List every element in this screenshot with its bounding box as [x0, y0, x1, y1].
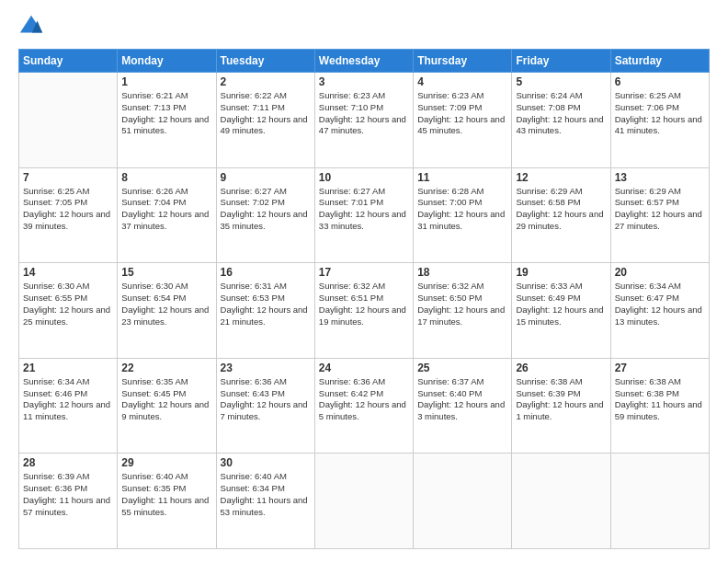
day-number: 29 [121, 456, 211, 469]
day-number: 10 [319, 171, 409, 184]
weekday-header-tuesday: Tuesday [216, 50, 314, 73]
header [18, 14, 710, 40]
day-number: 2 [221, 75, 311, 88]
calendar-cell: 4Sunrise: 6:23 AMSunset: 7:09 PMDaylight… [414, 73, 512, 168]
calendar-cell: 24Sunrise: 6:36 AMSunset: 6:42 PMDayligh… [314, 358, 413, 454]
day-info: Sunrise: 6:33 AMSunset: 6:49 PMDaylight:… [516, 281, 606, 327]
day-number: 8 [121, 171, 211, 184]
calendar-body: 1Sunrise: 6:21 AMSunset: 7:13 PMDaylight… [19, 73, 710, 549]
calendar-cell: 6Sunrise: 6:25 AMSunset: 7:06 PMDaylight… [610, 73, 709, 168]
calendar-week-2: 14Sunrise: 6:30 AMSunset: 6:55 PMDayligh… [19, 263, 710, 359]
logo-icon [18, 14, 44, 40]
calendar-cell: 13Sunrise: 6:29 AMSunset: 6:57 PMDayligh… [610, 167, 709, 263]
day-info: Sunrise: 6:40 AMSunset: 6:34 PMDaylight:… [221, 471, 311, 518]
weekday-header-sunday: Sunday [19, 50, 118, 73]
day-number: 25 [417, 362, 507, 374]
day-info: Sunrise: 6:23 AMSunset: 7:10 PMDaylight:… [319, 90, 409, 137]
calendar-cell [314, 454, 413, 549]
day-number: 17 [319, 266, 409, 279]
day-number: 18 [417, 266, 507, 279]
day-number: 6 [615, 75, 705, 88]
day-info: Sunrise: 6:24 AMSunset: 7:08 PMDaylight:… [516, 90, 606, 137]
day-number: 27 [615, 362, 705, 374]
logo [18, 14, 48, 40]
calendar-cell: 20Sunrise: 6:34 AMSunset: 6:47 PMDayligh… [610, 263, 709, 359]
day-number: 28 [23, 456, 113, 469]
calendar-cell: 2Sunrise: 6:22 AMSunset: 7:11 PMDaylight… [216, 73, 314, 168]
day-info: Sunrise: 6:21 AMSunset: 7:13 PMDaylight:… [121, 90, 211, 137]
day-info: Sunrise: 6:38 AMSunset: 6:38 PMDaylight:… [615, 376, 705, 423]
day-number: 24 [319, 362, 409, 374]
calendar-header: SundayMondayTuesdayWednesdayThursdayFrid… [19, 50, 710, 73]
calendar-cell: 27Sunrise: 6:38 AMSunset: 6:38 PMDayligh… [610, 358, 709, 454]
calendar-week-3: 21Sunrise: 6:34 AMSunset: 6:46 PMDayligh… [19, 358, 710, 454]
day-info: Sunrise: 6:28 AMSunset: 7:00 PMDaylight:… [417, 186, 507, 233]
calendar-cell: 10Sunrise: 6:27 AMSunset: 7:01 PMDayligh… [314, 167, 413, 263]
day-info: Sunrise: 6:27 AMSunset: 7:01 PMDaylight:… [319, 186, 409, 233]
calendar-cell [414, 454, 512, 549]
calendar-cell [19, 73, 118, 168]
day-number: 30 [221, 456, 311, 469]
calendar-cell: 18Sunrise: 6:32 AMSunset: 6:50 PMDayligh… [414, 263, 512, 359]
day-number: 22 [121, 362, 211, 374]
day-number: 20 [615, 266, 705, 279]
weekday-header-saturday: Saturday [610, 50, 709, 73]
calendar-cell: 1Sunrise: 6:21 AMSunset: 7:13 PMDaylight… [118, 73, 216, 168]
day-info: Sunrise: 6:25 AMSunset: 7:06 PMDaylight:… [615, 90, 705, 137]
weekday-row: SundayMondayTuesdayWednesdayThursdayFrid… [19, 50, 710, 73]
day-info: Sunrise: 6:34 AMSunset: 6:47 PMDaylight:… [615, 281, 705, 327]
day-info: Sunrise: 6:32 AMSunset: 6:50 PMDaylight:… [417, 281, 507, 327]
calendar-cell: 26Sunrise: 6:38 AMSunset: 6:39 PMDayligh… [512, 358, 610, 454]
day-info: Sunrise: 6:26 AMSunset: 7:04 PMDaylight:… [121, 186, 211, 233]
calendar-cell: 22Sunrise: 6:35 AMSunset: 6:45 PMDayligh… [118, 358, 216, 454]
calendar-cell: 30Sunrise: 6:40 AMSunset: 6:34 PMDayligh… [216, 454, 314, 549]
day-number: 7 [23, 171, 113, 184]
day-info: Sunrise: 6:38 AMSunset: 6:39 PMDaylight:… [516, 376, 606, 423]
calendar-cell: 8Sunrise: 6:26 AMSunset: 7:04 PMDaylight… [118, 167, 216, 263]
day-info: Sunrise: 6:23 AMSunset: 7:09 PMDaylight:… [417, 90, 507, 137]
day-number: 1 [121, 75, 211, 88]
calendar-cell: 5Sunrise: 6:24 AMSunset: 7:08 PMDaylight… [512, 73, 610, 168]
day-info: Sunrise: 6:32 AMSunset: 6:51 PMDaylight:… [319, 281, 409, 327]
day-number: 5 [516, 75, 606, 88]
page: SundayMondayTuesdayWednesdayThursdayFrid… [0, 0, 728, 563]
calendar-cell: 12Sunrise: 6:29 AMSunset: 6:58 PMDayligh… [512, 167, 610, 263]
day-info: Sunrise: 6:39 AMSunset: 6:36 PMDaylight:… [23, 471, 113, 518]
day-info: Sunrise: 6:27 AMSunset: 7:02 PMDaylight:… [221, 186, 311, 233]
calendar-cell: 9Sunrise: 6:27 AMSunset: 7:02 PMDaylight… [216, 167, 314, 263]
weekday-header-wednesday: Wednesday [314, 50, 413, 73]
day-number: 26 [516, 362, 606, 374]
day-info: Sunrise: 6:22 AMSunset: 7:11 PMDaylight:… [221, 90, 311, 137]
day-info: Sunrise: 6:36 AMSunset: 6:42 PMDaylight:… [319, 376, 409, 423]
day-number: 3 [319, 75, 409, 88]
weekday-header-thursday: Thursday [414, 50, 512, 73]
day-info: Sunrise: 6:30 AMSunset: 6:54 PMDaylight:… [121, 281, 211, 327]
calendar-cell: 15Sunrise: 6:30 AMSunset: 6:54 PMDayligh… [118, 263, 216, 359]
calendar-cell: 7Sunrise: 6:25 AMSunset: 7:05 PMDaylight… [19, 167, 118, 263]
calendar-week-0: 1Sunrise: 6:21 AMSunset: 7:13 PMDaylight… [19, 73, 710, 168]
day-info: Sunrise: 6:30 AMSunset: 6:55 PMDaylight:… [23, 281, 113, 327]
calendar-cell: 16Sunrise: 6:31 AMSunset: 6:53 PMDayligh… [216, 263, 314, 359]
calendar-cell: 19Sunrise: 6:33 AMSunset: 6:49 PMDayligh… [512, 263, 610, 359]
calendar-cell: 3Sunrise: 6:23 AMSunset: 7:10 PMDaylight… [314, 73, 413, 168]
day-number: 14 [23, 266, 113, 279]
weekday-header-monday: Monday [118, 50, 216, 73]
day-number: 23 [221, 362, 311, 374]
day-number: 4 [417, 75, 507, 88]
day-info: Sunrise: 6:36 AMSunset: 6:43 PMDaylight:… [221, 376, 311, 423]
day-info: Sunrise: 6:40 AMSunset: 6:35 PMDaylight:… [121, 471, 211, 518]
calendar-cell [610, 454, 709, 549]
day-number: 12 [516, 171, 606, 184]
calendar-week-4: 28Sunrise: 6:39 AMSunset: 6:36 PMDayligh… [19, 454, 710, 549]
day-info: Sunrise: 6:35 AMSunset: 6:45 PMDaylight:… [121, 376, 211, 423]
calendar-cell: 25Sunrise: 6:37 AMSunset: 6:40 PMDayligh… [414, 358, 512, 454]
day-number: 9 [221, 171, 311, 184]
calendar-cell: 23Sunrise: 6:36 AMSunset: 6:43 PMDayligh… [216, 358, 314, 454]
day-number: 13 [615, 171, 705, 184]
calendar-cell: 11Sunrise: 6:28 AMSunset: 7:00 PMDayligh… [414, 167, 512, 263]
calendar-week-1: 7Sunrise: 6:25 AMSunset: 7:05 PMDaylight… [19, 167, 710, 263]
calendar-cell [512, 454, 610, 549]
day-info: Sunrise: 6:37 AMSunset: 6:40 PMDaylight:… [417, 376, 507, 423]
day-number: 21 [23, 362, 113, 374]
day-info: Sunrise: 6:29 AMSunset: 6:58 PMDaylight:… [516, 186, 606, 233]
